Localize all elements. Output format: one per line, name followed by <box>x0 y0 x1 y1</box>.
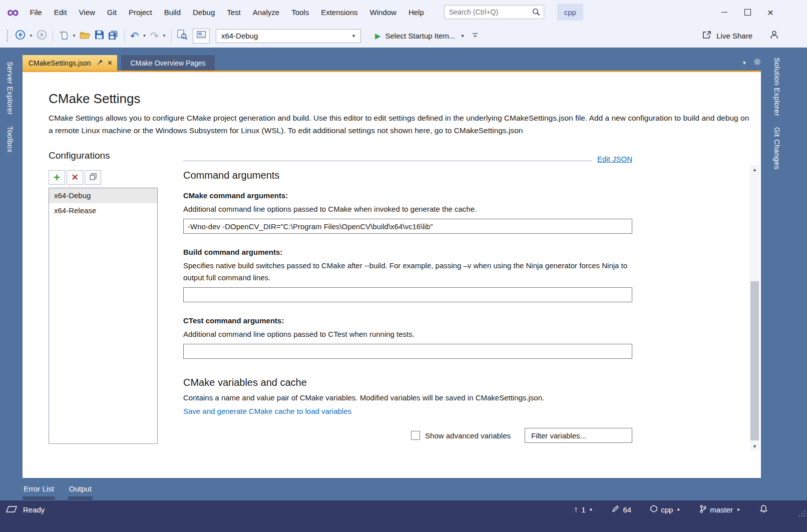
ctest-args-label: CTest command arguments: <box>183 316 632 325</box>
sidebar-tab-solution-explorer[interactable]: Solution Explorer <box>773 58 781 116</box>
cmake-args-input[interactable] <box>183 219 632 234</box>
feedback-button[interactable] <box>769 30 779 42</box>
filter-variables-button[interactable]: Filter variables... <box>525 428 632 443</box>
navigate-forward-button[interactable] <box>35 28 49 44</box>
live-share-button[interactable]: Live Share <box>702 31 752 41</box>
sidebar-tab-server-explorer[interactable]: Server Explorer <box>6 62 14 115</box>
forward-icon <box>37 30 47 42</box>
sidebar-tab-git-changes[interactable]: Git Changes <box>773 127 781 170</box>
tab-label: Output <box>68 484 93 493</box>
tab-label: CMakeSettings.json <box>29 59 91 67</box>
toolbar-right-group: Live Share <box>702 30 779 42</box>
tab-list-chevron-icon[interactable]: ▼ <box>742 60 747 66</box>
config-item-x64-debug[interactable]: x64-Debug <box>49 188 157 203</box>
status-ready: Ready <box>6 505 45 514</box>
maximize-icon <box>744 9 751 16</box>
vertical-scrollbar[interactable]: ▲ ▼ <box>750 165 759 450</box>
new-file-dropdown-caret-icon[interactable]: ▼ <box>72 34 76 38</box>
start-debug-button[interactable]: ▶ Select Startup Item... ▼ <box>375 32 465 41</box>
menu-extensions[interactable]: Extensions <box>315 8 363 17</box>
copy-icon <box>90 173 97 182</box>
sidebar-tab-toolbox[interactable]: Toolbox <box>6 126 14 153</box>
menu-help[interactable]: Help <box>402 8 430 17</box>
new-file-button[interactable] <box>57 28 70 44</box>
chevron-down-icon[interactable]: ▼ <box>461 34 465 39</box>
pending-edits-button[interactable]: 64 <box>612 505 631 514</box>
repository-name: cpp <box>661 505 673 514</box>
edit-json-link[interactable]: Edit JSON <box>597 155 632 163</box>
search-input[interactable] <box>445 8 530 16</box>
notifications-button[interactable] <box>759 504 768 514</box>
tab-cmakesettings-json[interactable]: CMakeSettings.json × <box>23 55 117 71</box>
account-profile-chip[interactable]: cpp <box>557 4 583 21</box>
cmake-views-button[interactable] <box>193 29 210 44</box>
tab-cmake-overview-pages[interactable]: CMake Overview Pages <box>121 55 214 71</box>
caret-up-icon: ▲ <box>589 507 593 511</box>
tab-error-list[interactable]: Error List <box>23 484 55 500</box>
toolbar-options-button[interactable] <box>472 32 479 41</box>
page-title: CMake Settings <box>49 91 141 107</box>
scrollbar-thumb[interactable] <box>750 281 759 440</box>
menu-git[interactable]: Git <box>101 8 123 17</box>
window-controls: × <box>713 2 782 22</box>
menu-test[interactable]: Test <box>221 8 247 17</box>
navigate-back-button[interactable] <box>14 28 27 44</box>
build-args-input[interactable] <box>183 287 632 302</box>
repository-button[interactable]: cpp ▲ <box>650 505 680 514</box>
branch-button[interactable]: master ▲ <box>699 505 740 514</box>
person-icon <box>769 30 779 42</box>
menu-build[interactable]: Build <box>158 8 187 17</box>
pin-icon[interactable] <box>97 59 103 67</box>
menu-view[interactable]: View <box>73 8 101 17</box>
configuration-dropdown[interactable]: x64-Debug ▼ <box>216 29 361 43</box>
save-button[interactable] <box>93 28 106 44</box>
ctest-args-description: Additional command line options passed t… <box>183 328 632 340</box>
git-branch-icon <box>699 505 706 514</box>
tab-options-gear-icon[interactable] <box>753 58 761 68</box>
background-task-icon <box>6 505 17 514</box>
find-in-files-button[interactable] <box>176 28 189 44</box>
back-icon <box>15 30 26 42</box>
menu-analyze[interactable]: Analyze <box>247 8 285 17</box>
ctest-args-input[interactable] <box>183 344 632 359</box>
menu-file[interactable]: File <box>24 8 48 17</box>
config-item-x64-release[interactable]: x64-Release <box>49 203 157 218</box>
configuration-dropdown-value: x64-Debug <box>216 32 258 40</box>
menu-debug[interactable]: Debug <box>187 8 221 17</box>
menu-window[interactable]: Window <box>364 8 402 17</box>
remove-configuration-button[interactable]: ✕ <box>67 170 83 185</box>
cmake-args-description: Additional command line options passed t… <box>183 203 632 215</box>
minimize-button[interactable] <box>713 2 736 22</box>
menu-edit[interactable]: Edit <box>48 8 73 17</box>
tab-close-icon[interactable]: × <box>108 59 113 67</box>
show-advanced-variables-checkbox[interactable] <box>411 431 420 440</box>
bottom-panel-tabs: Error List Output <box>23 484 93 500</box>
generate-cache-link[interactable]: Save and generate CMake cache to load va… <box>183 407 351 415</box>
resize-grip[interactable] <box>798 510 805 519</box>
tab-label: Error List <box>23 484 55 493</box>
clone-configuration-button[interactable] <box>85 170 101 185</box>
outgoing-commits-button[interactable]: ↑ 1 ▲ <box>574 505 593 514</box>
menu-project[interactable]: Project <box>123 8 158 17</box>
save-all-button[interactable] <box>107 28 120 44</box>
open-folder-button[interactable] <box>78 28 92 44</box>
scroll-down-arrow-icon[interactable]: ▼ <box>750 442 759 450</box>
undo-button[interactable]: ↶ <box>129 28 141 44</box>
toolbar-grip[interactable] <box>6 30 9 43</box>
quick-search-box[interactable] <box>444 5 544 19</box>
undo-dropdown-caret-icon[interactable]: ▼ <box>142 34 146 38</box>
scroll-up-arrow-icon[interactable]: ▲ <box>750 165 759 174</box>
right-tool-strip: Solution Explorer Git Changes <box>767 58 787 170</box>
back-dropdown-caret-icon[interactable]: ▼ <box>29 34 33 38</box>
redo-dropdown-caret-icon[interactable]: ▼ <box>162 34 166 38</box>
menu-tools[interactable]: Tools <box>285 8 315 17</box>
toolbar-separator <box>124 30 125 43</box>
add-configuration-button[interactable]: + <box>49 170 65 185</box>
redo-button[interactable]: ↷ <box>148 28 160 44</box>
page-description: CMake Settings allows you to configure C… <box>49 112 753 137</box>
search-icon <box>532 8 540 16</box>
maximize-button[interactable] <box>736 2 759 22</box>
status-bar: Ready ↑ 1 ▲ 64 cpp <box>0 500 807 532</box>
tab-output[interactable]: Output <box>68 484 93 500</box>
close-button[interactable]: × <box>759 2 782 22</box>
